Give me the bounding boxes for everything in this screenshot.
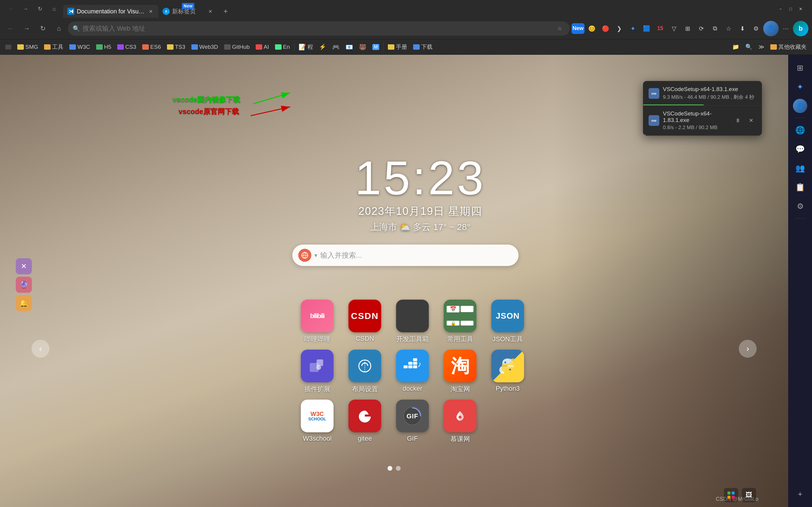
app-extension[interactable]: 插件扩展 [298, 350, 337, 394]
prev-page-button[interactable]: ‹ [32, 340, 49, 358]
app-bilibili[interactable]: bilibili 哔哩哔哩 [298, 300, 337, 344]
maximize-button[interactable]: □ [787, 5, 795, 13]
sidebar-extensions-icon[interactable]: ⊞ [792, 59, 808, 76]
tab-vscode[interactable]: Documentation for Visual Studi... ✕ [63, 5, 158, 18]
bookmark-cs3[interactable]: CS3 [114, 42, 139, 52]
close-button[interactable]: ✕ [797, 5, 805, 13]
bookmark-prog[interactable]: 📝 程 [295, 42, 316, 52]
bookmark-bear[interactable]: 🐻 [356, 42, 369, 52]
sidebar-collections-icon[interactable]: 👥 [792, 160, 808, 176]
bookmark-mail[interactable]: 📧 [342, 42, 356, 52]
search-bar[interactable]: ▾ 输入并搜索... [292, 244, 519, 266]
toolbar-btn-filter[interactable]: ▽ [667, 22, 681, 35]
addr-back-button[interactable]: ← [4, 21, 18, 36]
widget-gem[interactable]: 🔮 [16, 277, 32, 293]
bookmark-search[interactable]: 🔍 [742, 42, 755, 52]
app-docker[interactable]: docker [393, 350, 432, 394]
bing-button[interactable]: b [793, 21, 808, 36]
dot-2[interactable] [396, 466, 401, 471]
widget-close[interactable]: ✕ [16, 258, 32, 274]
new-tab-indicator[interactable]: New [572, 22, 585, 35]
bookmark-en[interactable]: En [272, 42, 293, 52]
toolbar-btn-settings[interactable]: ⚙ [750, 22, 763, 35]
address-bar[interactable]: 🔍 ☆ [68, 21, 570, 36]
sidebar-world-icon[interactable]: 🌐 [792, 122, 808, 138]
dot-1[interactable] [387, 466, 392, 471]
app-jsontools[interactable]: JSON JSON工具 [488, 300, 527, 344]
bookmark-lightning[interactable]: ⚡ [316, 42, 329, 52]
toolbar-btn-ext[interactable]: ⊞ [681, 22, 694, 35]
app-csdn[interactable]: CSDN CSDN [345, 300, 384, 344]
widget-bell[interactable]: 🔔 [16, 295, 32, 311]
new-tab-button[interactable]: + [219, 5, 232, 18]
toolbar-btn-more[interactable]: ⋯ [779, 22, 792, 35]
refresh-button[interactable]: ↻ [33, 2, 46, 15]
app-mooc[interactable]: 慕课网 [441, 400, 480, 444]
app-gitee[interactable]: gitee [345, 400, 384, 444]
screenshot-icon[interactable]: 🖼 [742, 488, 756, 502]
address-input[interactable] [83, 25, 552, 33]
bookmark-m[interactable]: M [369, 42, 382, 52]
address-search-icon: 🔍 [73, 25, 80, 32]
back-button[interactable]: ← [5, 2, 18, 15]
puzzle-icon[interactable] [724, 488, 738, 502]
app-python3[interactable]: Python3 [488, 350, 527, 394]
copilot-btn[interactable]: ✦ [626, 22, 639, 35]
tab-newtab[interactable]: e 新标签页 New ✕ [158, 5, 218, 18]
bookmark-star-button[interactable]: ☆ [554, 23, 565, 34]
bookmark-ts3[interactable]: TS3 [164, 42, 188, 52]
toolbar-btn-3[interactable]: ❯ [612, 22, 626, 35]
bookmark-download[interactable]: 下载 [410, 42, 435, 52]
toolbar-btn-k[interactable]: 🟦 [640, 22, 653, 35]
sidebar-copilot-icon[interactable]: ✦ [792, 78, 808, 95]
bookmark-cs3-label: CS3 [125, 44, 136, 50]
app-gif[interactable]: GIF GIF [393, 400, 432, 444]
app-taobao[interactable]: 淘 淘宝网 [441, 350, 480, 394]
app-devtools[interactable]: 开发工具箱 [393, 300, 432, 344]
bookmark-other[interactable] [2, 42, 14, 52]
bookmark-w3c[interactable]: W3C [66, 42, 93, 52]
bookmark-smg[interactable]: SMG [14, 42, 41, 52]
bookmark-web3d[interactable]: Web3D [188, 42, 221, 52]
app-commontools[interactable]: 📅 ₿ 🔒 ⚙ 常用工具 [441, 300, 480, 344]
bookmark-additem[interactable]: 📁 [729, 42, 742, 52]
sidebar-add-icon[interactable]: + [792, 486, 808, 502]
forward-button[interactable]: → [19, 2, 32, 15]
bookmark-github[interactable]: GitHub [221, 42, 253, 52]
home-button[interactable]: ⌂ [48, 2, 61, 15]
search-engine-icon[interactable] [298, 249, 311, 262]
search-dropdown-arrow[interactable]: ▾ [314, 252, 317, 259]
app-layout[interactable]: 布局设置 [345, 350, 384, 394]
profile-avatar[interactable]: 👤 [763, 21, 779, 36]
download-pause-button[interactable]: ⏸ [733, 115, 743, 126]
bookmark-games[interactable]: 🎮 [329, 42, 342, 52]
toolbar-btn-2[interactable]: 🔴 [599, 22, 612, 35]
addr-refresh-button[interactable]: ↻ [36, 21, 50, 36]
search-input[interactable]: 输入并搜索... [320, 250, 512, 260]
toolbar-btn-dl[interactable]: ⬇ [736, 22, 749, 35]
sidebar-settings-icon[interactable]: ⚙ [792, 198, 808, 215]
bookmark-manual[interactable]: 手册 [385, 42, 410, 52]
bookmark-h5[interactable]: H5 [93, 42, 114, 52]
tab-close-newtab[interactable]: ✕ [207, 8, 214, 15]
toolbar-btn-1[interactable]: 😊 [585, 22, 598, 35]
sidebar-office-icon[interactable]: 📋 [792, 179, 808, 195]
bookmark-more-right[interactable]: ≫ [755, 42, 767, 52]
bookmark-tools[interactable]: 工具 [41, 42, 66, 52]
addr-home-button[interactable]: ⌂ [52, 21, 66, 36]
tab-close-vscode[interactable]: ✕ [147, 8, 154, 15]
minimize-button[interactable]: − [776, 5, 784, 13]
download-close-button[interactable]: ✕ [746, 115, 756, 126]
sidebar-chat-icon[interactable]: 💬 [792, 141, 808, 157]
next-page-button[interactable]: › [739, 340, 757, 358]
addr-forward-button[interactable]: → [20, 21, 34, 36]
bookmark-es6[interactable]: ES6 [139, 42, 164, 52]
app-w3school[interactable]: W3C SCHOOL W3school [298, 400, 337, 444]
toolbar-btn-sync[interactable]: ⟳ [695, 22, 708, 35]
toolbar-btn-fav[interactable]: ☆ [722, 22, 735, 35]
bookmark-others[interactable]: 其他收藏夹 [767, 42, 810, 52]
sidebar-profile-icon[interactable]: 👤 [792, 98, 808, 114]
bookmark-ai[interactable]: AI [253, 42, 272, 52]
toolbar-btn-split[interactable]: ⧉ [708, 22, 721, 35]
toolbar-btn-num[interactable]: 15 [654, 22, 667, 35]
